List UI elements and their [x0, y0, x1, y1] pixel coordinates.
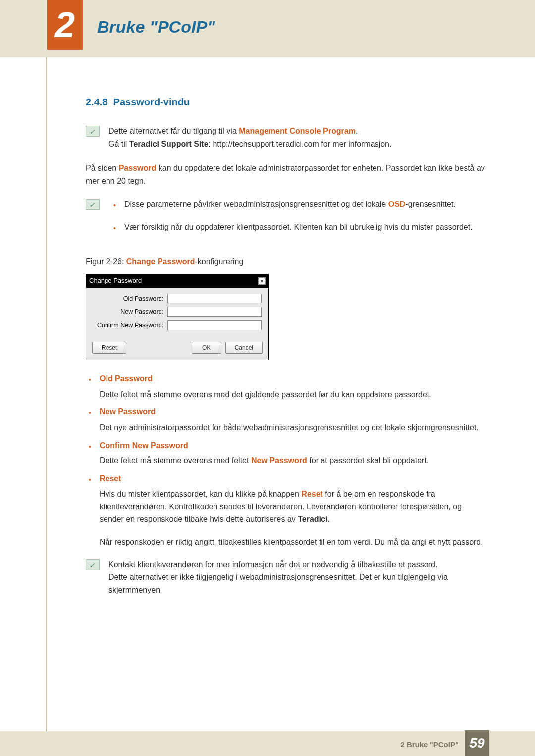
page-number-badge: 59	[465, 730, 489, 756]
intro-pre: På siden	[86, 164, 119, 172]
figcap-highlight: Change Password	[126, 257, 195, 266]
def-old-password: Old Password Dette feltet må stemme over…	[86, 372, 487, 401]
definitions-list: Old Password Dette feltet må stemme over…	[86, 372, 487, 549]
chapter-number-badge: 2	[47, 0, 83, 50]
note3-line1: Kontakt klientleverandøren for mer infor…	[108, 560, 437, 569]
confirm-password-label: Confirm New Password:	[93, 320, 167, 330]
reset-p1-highlight: Reset	[301, 490, 323, 498]
confirm-def-highlight: New Password	[251, 456, 307, 465]
dialog-buttons: Reset OK Cancel	[86, 338, 268, 360]
ok-cancel-group: OK Cancel	[192, 342, 263, 354]
change-password-dialog: Change Password × Old Password: New Pass…	[86, 274, 269, 360]
term-new-password: New Password	[100, 405, 487, 418]
def-new-password: New Password Det nye administratorpassor…	[86, 405, 487, 434]
reset-p1-bold: Teradici	[298, 515, 327, 523]
section-heading: 2.4.8 Password-vindu	[86, 94, 487, 110]
note1-line1-highlight: Management Console Program	[239, 127, 356, 135]
note1-line1-post: .	[356, 127, 358, 135]
dialog-titlebar: Change Password ×	[86, 274, 268, 288]
new-password-input[interactable]	[167, 307, 262, 317]
reset-button[interactable]: Reset	[92, 342, 126, 354]
reset-p1-post: .	[327, 515, 329, 523]
def-old-password-text: Dette feltet må stemme overens med det g…	[100, 385, 487, 401]
def-reset-p2: Når responskoden er riktig angitt, tilba…	[100, 533, 487, 549]
note1-line2-pre: Gå til	[108, 140, 129, 148]
page-left-edge	[46, 0, 47, 756]
old-password-input[interactable]	[167, 294, 262, 303]
note-box-3: Kontakt klientleverandøren for mer infor…	[86, 558, 487, 597]
figcap-post: -konfigurering	[195, 257, 244, 266]
note-1-text: Dette alternativet får du tilgang til vi…	[108, 125, 391, 150]
note2-b1-pre: Disse parameterne påvirker webadministra…	[124, 200, 388, 208]
reset-p1-pre: Hvis du mister klientpassordet, kan du k…	[100, 490, 301, 498]
term-old-password: Old Password	[100, 372, 487, 385]
section-title: Password-vindu	[113, 97, 190, 107]
intro-paragraph: På siden Password kan du oppdatere det l…	[86, 162, 487, 187]
note1-line2-bold: Teradici Support Site	[129, 140, 209, 148]
new-password-row: New Password:	[93, 307, 262, 317]
term-reset: Reset	[100, 472, 487, 485]
intro-highlight: Password	[119, 164, 157, 172]
chapter-title: Bruke "PCoIP"	[97, 17, 215, 37]
note2-bullet-2: Vær forsiktig når du oppdaterer klientpa…	[108, 221, 487, 234]
note-box-2: Disse parameterne påvirker webadministra…	[86, 198, 487, 243]
note2-list: Disse parameterne påvirker webadministra…	[108, 198, 487, 243]
dialog-body: Old Password: New Password: Confirm New …	[86, 288, 268, 338]
note3-text: Kontakt klientleverandøren for mer infor…	[108, 558, 487, 597]
confirm-password-input[interactable]	[167, 320, 262, 330]
def-reset: Reset Hvis du mister klientpassordet, ka…	[86, 472, 487, 549]
cancel-button[interactable]: Cancel	[225, 342, 263, 354]
def-new-password-text: Det nye administratorpassordet for både …	[100, 418, 487, 434]
confirm-password-row: Confirm New Password:	[93, 320, 262, 330]
note-icon	[86, 199, 100, 210]
note1-line2-post: : http://techsupport.teradici.com for me…	[209, 140, 392, 148]
note2-b1-highlight: OSD	[388, 200, 406, 208]
confirm-def-pre: Dette feltet må stemme overens med felte…	[100, 456, 251, 465]
section-number: 2.4.8	[86, 97, 107, 107]
note1-line1-pre: Dette alternativet får du tilgang til vi…	[108, 127, 239, 135]
confirm-def-post: for at passordet skal bli oppdatert.	[307, 456, 428, 465]
note-box-1: Dette alternativet får du tilgang til vi…	[86, 125, 487, 150]
figcap-pre: Figur 2-26:	[86, 257, 126, 266]
figure-caption: Figur 2-26: Change Password-konfigurerin…	[86, 255, 487, 268]
def-reset-p1: Hvis du mister klientpassordet, kan du k…	[100, 485, 487, 526]
def-confirm-password-text: Dette feltet må stemme overens med felte…	[100, 452, 487, 467]
note2-bullet-1: Disse parameterne påvirker webadministra…	[108, 198, 487, 211]
close-icon[interactable]: ×	[258, 277, 266, 285]
new-password-label: New Password:	[93, 307, 167, 317]
old-password-row: Old Password:	[93, 294, 262, 303]
note-icon	[86, 559, 100, 570]
note-icon	[86, 126, 100, 137]
note3-line2: Dette alternativet er ikke tilgjengelig …	[108, 573, 448, 594]
note2-b1-post: -grensesnittet.	[405, 200, 455, 208]
term-confirm-password: Confirm New Password	[100, 439, 487, 452]
def-confirm-password: Confirm New Password Dette feltet må ste…	[86, 439, 487, 467]
dialog-title: Change Password	[89, 276, 142, 286]
footer-chapter-text: 2 Bruke "PCoIP"	[400, 740, 459, 749]
page-content: 2.4.8 Password-vindu Dette alternativet …	[86, 94, 487, 608]
old-password-label: Old Password:	[93, 294, 167, 303]
ok-button[interactable]: OK	[192, 342, 221, 354]
